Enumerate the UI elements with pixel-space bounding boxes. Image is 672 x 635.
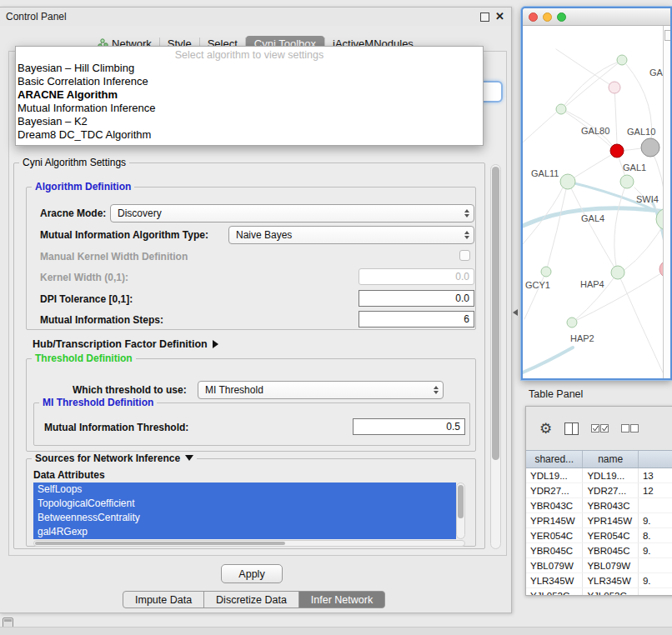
- algorithm-option-bayesian-k2[interactable]: Bayesian – K2: [16, 115, 483, 128]
- attribute-item-topologicalcoefficient[interactable]: TopologicalCoefficient: [33, 497, 456, 511]
- algorithm-select-combobox[interactable]: [482, 81, 503, 102]
- expand-right-icon: [213, 340, 218, 348]
- network-node-label: GAL11: [531, 168, 559, 178]
- table-row[interactable]: YBR045CYBR045C9.: [526, 543, 672, 558]
- apply-button[interactable]: Apply: [221, 564, 283, 583]
- table-cell: 13: [639, 468, 672, 482]
- hub-definition-toggle[interactable]: Hub/Transcription Factor Definition: [33, 338, 218, 350]
- attribute-item-gal4rgexp[interactable]: gal4RGexp: [33, 525, 456, 539]
- table-cell: 12: [639, 483, 672, 498]
- network-edge[interactable]: [614, 88, 617, 144]
- bottom-tabs: Impute DataDiscretize DataInfer Network: [123, 591, 385, 608]
- network-node[interactable]: [610, 144, 624, 158]
- network-node[interactable]: [641, 138, 659, 157]
- table-row[interactable]: YBR043CYBR043C: [526, 498, 672, 513]
- table-cell: YBR045C: [526, 543, 583, 558]
- checked-pair-icon[interactable]: [591, 424, 609, 433]
- kernel-width-field: 0.0: [359, 268, 474, 285]
- table-row[interactable]: YJL052CYJL052C: [526, 588, 672, 596]
- manual-kernel-width-checkbox[interactable]: [459, 250, 470, 261]
- table-cell: YDL19...: [526, 468, 583, 482]
- bottom-tab-infer-network[interactable]: Infer Network: [298, 591, 385, 608]
- table-row[interactable]: YPR145WYPR145W9.: [526, 513, 672, 528]
- zoom-button[interactable]: [557, 12, 566, 22]
- algorithm-option-aracne-algorithm[interactable]: ARACNE Algorithm: [16, 88, 483, 102]
- network-window-titlebar: [523, 8, 670, 26]
- network-node[interactable]: [617, 55, 627, 65]
- dpi-tolerance-field[interactable]: 0.0: [359, 290, 474, 307]
- network-edge[interactable]: [524, 272, 546, 319]
- control-panel-titlebar: Control Panel ✕: [0, 8, 511, 26]
- settings-vertical-scrollbar[interactable]: [490, 164, 501, 549]
- network-edge[interactable]: [568, 182, 614, 268]
- network-edge[interactable]: [624, 219, 663, 270]
- bottom-tab-discretize-data[interactable]: Discretize Data: [203, 591, 299, 608]
- mi-algorithm-type-select[interactable]: Naive Bayes: [228, 226, 474, 244]
- column-header-name[interactable]: name: [583, 451, 639, 468]
- network-edge[interactable]: [556, 49, 614, 88]
- close-button[interactable]: [529, 12, 538, 22]
- column-header-2[interactable]: [639, 451, 672, 468]
- algorithm-option-basic-correlation-inference[interactable]: Basic Correlation Inference: [16, 75, 483, 88]
- close-icon[interactable]: ✕: [495, 10, 504, 23]
- unchecked-pair-icon[interactable]: [621, 424, 639, 433]
- which-threshold-select[interactable]: MI Threshold: [198, 381, 444, 399]
- aracne-mode-select[interactable]: Discovery: [110, 204, 474, 222]
- threshold-definition-group: Threshold Definition Which threshold to …: [26, 358, 476, 452]
- attribute-item-selfloops[interactable]: SelfLoops: [33, 482, 456, 497]
- table-row[interactable]: YER054CYER054C8.: [526, 528, 672, 543]
- table-cell: 8.: [639, 528, 672, 542]
- mi-threshold-definition-title: MI Threshold Definition: [39, 397, 157, 408]
- algorithm-dropdown-popup: Select algorithm to view settings Bayesi…: [15, 46, 484, 146]
- attributes-vertical-scrollbar[interactable]: [456, 482, 465, 539]
- network-node[interactable]: [560, 174, 575, 189]
- network-view-window: GALGAL80GAL10GAL11GAL1SWI4GAL4GCY1HAP4YH…: [521, 7, 672, 380]
- algorithm-option-dream8-dc-tdc-algorithm[interactable]: Dream8 DC_TDC Algorithm: [16, 128, 483, 142]
- float-window-icon[interactable]: [480, 12, 489, 22]
- scrollbar-thumb[interactable]: [458, 485, 464, 518]
- network-vertical-scrollbar[interactable]: [663, 26, 670, 378]
- algorithm-option-mutual-information-inference[interactable]: Mutual Information Inference: [16, 102, 483, 115]
- scrollbar-thumb[interactable]: [35, 542, 285, 545]
- network-node-label: SWI4: [636, 194, 659, 204]
- network-canvas[interactable]: GALGAL80GAL10GAL11GAL1SWI4GAL4GCY1HAP4YH…: [523, 26, 670, 378]
- scrollbar-thumb[interactable]: [492, 167, 499, 460]
- table-row[interactable]: YLR345WYLR345W9.: [526, 573, 672, 588]
- minimized-panel-icon-bar: [4, 619, 12, 622]
- table-cell: YDR27...: [583, 483, 638, 498]
- columns-glyph: [564, 422, 579, 435]
- network-node[interactable]: [611, 266, 624, 279]
- panel-resize-grip[interactable]: [513, 309, 518, 316]
- gear-icon[interactable]: ⚙: [539, 422, 552, 436]
- table-row[interactable]: YDL19...YDL19...13: [526, 468, 672, 483]
- table-cell: [639, 558, 672, 572]
- network-node[interactable]: [609, 82, 620, 93]
- table-cell: YER054C: [526, 528, 583, 542]
- mi-threshold-field[interactable]: 0.5: [353, 418, 465, 435]
- table-row[interactable]: YDR27...YDR27...12: [526, 483, 672, 498]
- network-edge[interactable]: [523, 112, 556, 142]
- network-edge[interactable]: [546, 189, 566, 272]
- network-node[interactable]: [620, 175, 634, 188]
- columns-icon[interactable]: [564, 422, 579, 435]
- network-node[interactable]: [567, 318, 577, 328]
- table-row[interactable]: YBL079WYBL079W: [526, 558, 672, 573]
- network-edge[interactable]: [523, 348, 573, 372]
- mi-steps-field[interactable]: 6: [359, 311, 474, 328]
- mi-algorithm-type-value: Naive Bayes: [236, 229, 292, 241]
- network-edge[interactable]: [618, 272, 663, 372]
- table-cell: YLR345W: [526, 573, 583, 588]
- algorithm-option-bayesian-hill-climbing[interactable]: Bayesian – Hill Climbing: [16, 62, 483, 75]
- table-cell: 9.: [639, 543, 672, 558]
- bottom-tab-impute-data[interactable]: Impute Data: [123, 591, 204, 608]
- table-cell: YLR345W: [583, 573, 638, 588]
- scrollbar-button[interactable]: [664, 30, 670, 41]
- network-node[interactable]: [556, 104, 566, 114]
- sources-toggle[interactable]: Sources for Network Inference: [32, 452, 197, 464]
- column-header-shared[interactable]: shared...: [526, 451, 583, 468]
- minimize-button[interactable]: [543, 12, 552, 22]
- mi-threshold-value: 0.5: [446, 421, 460, 432]
- network-node[interactable]: [541, 267, 551, 277]
- attribute-item-betweennesscentrality[interactable]: BetweennessCentrality: [33, 511, 456, 525]
- attributes-horizontal-scrollbar[interactable]: [33, 540, 465, 547]
